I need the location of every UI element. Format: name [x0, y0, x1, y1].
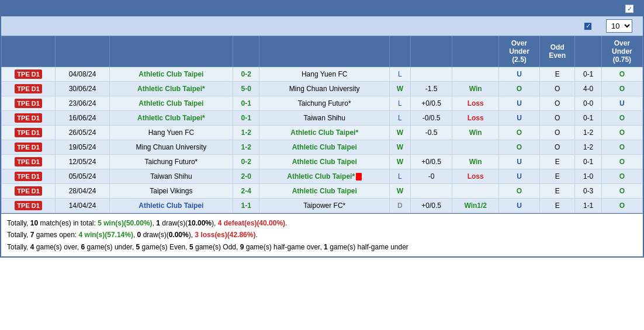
- cell-team1[interactable]: Athletic Club Taipei*: [109, 111, 233, 126]
- team2-label[interactable]: Athletic Club Taipei*: [287, 172, 355, 180]
- cell-team1[interactable]: Taichung Futuro*: [109, 155, 233, 169]
- team1-label[interactable]: Taipei Vikings: [150, 187, 192, 195]
- team1-label[interactable]: Taichung Futuro*: [145, 158, 198, 166]
- cell-date: 14/04/24: [56, 199, 110, 213]
- table-body: TPE D104/08/24Athletic Club Taipei0-2Han…: [2, 67, 643, 213]
- cell-wdl: L: [389, 67, 410, 82]
- wdl-label: W: [397, 158, 403, 166]
- cell-ou075: O: [601, 184, 642, 199]
- cell-team1[interactable]: Ming Chuan University: [109, 140, 233, 155]
- result-label: 1-2: [241, 128, 251, 137]
- cell-result: 0-2: [233, 67, 259, 82]
- team1-label[interactable]: Athletic Club Taipei*: [137, 85, 205, 93]
- cell-date: 05/05/24: [56, 169, 110, 184]
- cell-ht: 0-1: [575, 111, 601, 126]
- cell-team1[interactable]: Taiwan Shihu: [109, 169, 233, 184]
- cell-handicap: -0: [410, 169, 452, 184]
- cell-wdl: W: [389, 126, 410, 140]
- table-row: TPE D114/04/24Athletic Club Taipei1-1Tai…: [2, 199, 643, 213]
- cell-ou25: U: [498, 96, 539, 111]
- team2-label[interactable]: Ming Chuan University: [289, 85, 360, 93]
- cell-team1[interactable]: Athletic Club Taipei: [109, 199, 233, 213]
- cell-team2[interactable]: Athletic Club Taipei: [259, 155, 390, 169]
- cell-handicap: -0/0.5: [410, 111, 452, 126]
- summary-line3: Totally, 4 game(s) over, 6 game(s) under…: [7, 241, 637, 253]
- cell-team2[interactable]: Athletic Club Taipei*: [259, 169, 390, 184]
- team2-label[interactable]: Hang Yuen FC: [302, 70, 348, 78]
- total-draws: 1: [156, 219, 160, 227]
- cell-team2[interactable]: Taichung Futuro*: [259, 96, 390, 111]
- table-row: TPE D130/06/24Athletic Club Taipei*5-0Mi…: [2, 82, 643, 96]
- ou25-label: U: [517, 158, 522, 166]
- team2-label[interactable]: Taiwan Shihu: [304, 114, 345, 122]
- cell-team2[interactable]: Athletic Club Taipei: [259, 184, 390, 199]
- col-ht: [575, 36, 601, 67]
- header-bar: ✓: [1, 1, 643, 16]
- cell-result: 1-2: [233, 140, 259, 155]
- team2-label[interactable]: Athletic Club Taipei: [292, 143, 357, 151]
- result-label: 5-0: [241, 85, 251, 93]
- cell-odds: Loss: [452, 111, 499, 126]
- ou075-label: O: [619, 128, 625, 137]
- cell-odds: [452, 140, 499, 155]
- league-badge: TPE D1: [15, 99, 42, 108]
- cell-league: TPE D1: [2, 67, 56, 82]
- cell-result: 0-1: [233, 96, 259, 111]
- cell-team2[interactable]: Taiwan Shihu: [259, 111, 390, 126]
- team1-label[interactable]: Athletic Club Taipei: [139, 99, 203, 107]
- cell-team1[interactable]: Hang Yuen FC: [109, 126, 233, 140]
- cell-date: 23/06/24: [56, 96, 110, 111]
- cell-wdl: L: [389, 111, 410, 126]
- cell-ht: 0-1: [575, 155, 601, 169]
- ou25-label: U: [517, 202, 522, 210]
- cell-team2[interactable]: Athletic Club Taipei*: [259, 126, 390, 140]
- cell-league: TPE D1: [2, 82, 56, 96]
- table-row: TPE D116/06/24Athletic Club Taipei*0-1Ta…: [2, 111, 643, 126]
- team1-label[interactable]: Hang Yuen FC: [148, 128, 195, 137]
- total-open-games: 7: [30, 231, 34, 239]
- table-row: TPE D126/05/24Hang Yuen FC1-2Athletic Cl…: [2, 126, 643, 140]
- cell-result: 1-2: [233, 126, 259, 140]
- team2-label[interactable]: Athletic Club Taipei: [292, 187, 357, 195]
- team2-label[interactable]: Athletic Club Taipei: [292, 158, 357, 166]
- league-badge: TPE D1: [15, 143, 42, 152]
- cell-team2[interactable]: Taipower FC*: [259, 199, 390, 213]
- team2-label[interactable]: Athletic Club Taipei*: [290, 128, 358, 137]
- team2-label[interactable]: Taichung Futuro*: [298, 99, 351, 107]
- team1-label[interactable]: Athletic Club Taipei: [139, 70, 203, 78]
- display-notes-checkbox[interactable]: ✓: [625, 5, 633, 13]
- cell-league: TPE D1: [2, 184, 56, 199]
- cell-team1[interactable]: Taipei Vikings: [109, 184, 233, 199]
- cell-ht: 1-1: [575, 199, 601, 213]
- open-draws: 0: [137, 231, 141, 239]
- league-badge: TPE D1: [15, 172, 42, 181]
- team1-label[interactable]: Athletic Club Taipei*: [137, 114, 205, 122]
- display-notes-toggle[interactable]: ✓: [625, 5, 637, 13]
- team2-label[interactable]: Taipower FC*: [303, 202, 345, 210]
- cell-date: 16/06/24: [56, 111, 110, 126]
- cell-ou25: U: [498, 111, 539, 126]
- cell-team2[interactable]: Hang Yuen FC: [259, 67, 390, 82]
- cell-team2[interactable]: Ming Chuan University: [259, 82, 390, 96]
- cell-ou075: O: [601, 126, 642, 140]
- cell-oe: O: [539, 96, 574, 111]
- ou075-label: O: [619, 158, 625, 166]
- ou25-label: O: [517, 85, 522, 93]
- result-label: 0-1: [241, 114, 251, 122]
- team1-label[interactable]: Taiwan Shihu: [150, 172, 192, 180]
- wdl-label: L: [398, 172, 402, 180]
- cell-team1[interactable]: Athletic Club Taipei: [109, 96, 233, 111]
- games-select[interactable]: 10 5 15 20: [606, 19, 632, 33]
- cell-result: 1-1: [233, 199, 259, 213]
- col-odds: [452, 36, 499, 67]
- cell-team1[interactable]: Athletic Club Taipei: [109, 67, 233, 82]
- ou25-label: O: [517, 128, 522, 137]
- cell-team1[interactable]: Athletic Club Taipei*: [109, 82, 233, 96]
- cell-ou25: O: [498, 126, 539, 140]
- cell-team2[interactable]: Athletic Club Taipei: [259, 140, 390, 155]
- team1-label[interactable]: Ming Chuan University: [136, 143, 207, 151]
- cell-wdl: L: [389, 96, 410, 111]
- cell-handicap: +0/0.5: [410, 199, 452, 213]
- league-checkbox[interactable]: ✓: [584, 22, 592, 30]
- team1-label[interactable]: Athletic Club Taipei: [139, 202, 203, 210]
